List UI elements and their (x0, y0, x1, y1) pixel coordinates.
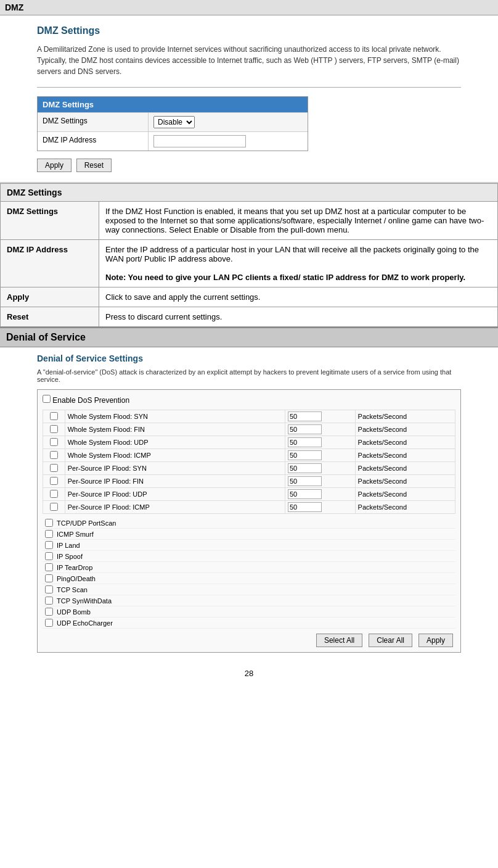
dos-flood-label-2: Whole System Flood: UDP (65, 436, 285, 449)
apply-button[interactable]: Apply (37, 159, 71, 172)
dmz-ip-input[interactable] (153, 135, 246, 147)
dos-option-1[interactable]: ICMP Smurf (43, 529, 455, 540)
dos-flood-row-4: Per-Source IP Flood: SYN Packets/Second (43, 462, 455, 475)
desc-row-dmz-settings: DMZ Settings If the DMZ Host Function is… (1, 202, 498, 240)
dos-flood-label-5: Per-Source IP Flood: FIN (65, 475, 285, 488)
dos-inner-section: Denial of Service Settings A "denial-of-… (0, 347, 498, 663)
dos-flood-checkbox-7[interactable] (50, 503, 58, 511)
desc-dmz-ip-main: Enter the IP address of a particular hos… (105, 245, 479, 263)
reset-button[interactable]: Reset (76, 159, 112, 172)
dos-option-label-4: IP TearDrop (57, 564, 92, 571)
desc-content-reset: Press to discard current settings. (99, 307, 498, 327)
dos-section-header: Denial of Service (0, 327, 498, 347)
dos-flood-input-7[interactable] (288, 502, 322, 512)
dos-option-2[interactable]: IP Land (43, 540, 455, 551)
dos-option-label-2: IP Land (57, 542, 80, 549)
dos-flood-input-4[interactable] (288, 463, 322, 473)
clear-all-button[interactable]: Clear All (369, 634, 412, 647)
dos-enable-checkbox[interactable] (43, 395, 51, 403)
dmz-settings-value[interactable]: Disable Enable (149, 113, 308, 131)
dos-option-label-3: IP Spoof (57, 553, 83, 560)
dos-flood-checkbox-6[interactable] (50, 490, 58, 498)
desc-row-dmz-ip: DMZ IP Address Enter the IP address of a… (1, 240, 498, 287)
dos-flood-checkbox-2[interactable] (50, 438, 58, 446)
dos-flood-input-1[interactable] (288, 424, 322, 434)
desc-table-header: DMZ Settings (1, 184, 498, 202)
dos-flood-checkbox-5[interactable] (50, 477, 58, 485)
desc-content-apply: Click to save and apply the current sett… (99, 287, 498, 307)
dos-option-label-8: UDP Bomb (57, 608, 91, 616)
dos-option-label-7: TCP SynWithData (57, 597, 112, 605)
desc-dmz-ip-note: Note: You need to give your LAN PC clien… (105, 273, 465, 282)
dos-flood-input-2[interactable] (288, 437, 322, 447)
dos-option-3[interactable]: IP Spoof (43, 551, 455, 562)
dos-option-8[interactable]: UDP Bomb (43, 606, 455, 618)
dos-flood-table: Whole System Flood: SYN Packets/Second W… (43, 410, 455, 514)
dmz-settings-row: DMZ Settings Disable Enable (38, 112, 308, 131)
desc-content-dmz-ip: Enter the IP address of a particular hos… (99, 240, 498, 287)
dos-flood-row-1: Whole System Flood: FIN Packets/Second (43, 423, 455, 436)
dos-option-checkbox-7[interactable] (45, 597, 53, 605)
dos-flood-unit-7: Packets/Second (355, 501, 455, 514)
dos-flood-checkbox-4[interactable] (50, 464, 58, 472)
dos-flood-row-7: Per-Source IP Flood: ICMP Packets/Second (43, 501, 455, 514)
dmz-buttons: Apply Reset (37, 159, 461, 172)
dos-flood-unit-0: Packets/Second (355, 410, 455, 423)
dos-flood-row-0: Whole System Flood: SYN Packets/Second (43, 410, 455, 423)
dos-flood-unit-2: Packets/Second (355, 436, 455, 449)
dmz-settings-label: DMZ Settings (38, 113, 149, 131)
divider (37, 87, 461, 88)
desc-table: DMZ Settings DMZ Settings If the DMZ Hos… (0, 183, 498, 327)
dos-option-0[interactable]: TCP/UDP PortScan (43, 518, 455, 529)
dos-flood-checkbox-3[interactable] (50, 451, 58, 459)
dos-flood-input-3[interactable] (288, 450, 322, 460)
dos-flood-checkbox-1[interactable] (50, 425, 58, 433)
dos-option-7[interactable]: TCP SynWithData (43, 595, 455, 606)
dos-form: Enable DoS Prevention Whole System Flood… (37, 389, 461, 653)
dos-enable-row[interactable]: Enable DoS Prevention (43, 395, 455, 405)
dmz-description: A Demilitarized Zone is used to provide … (37, 44, 461, 77)
dos-option-checkbox-6[interactable] (45, 585, 53, 593)
dos-flood-input-5[interactable] (288, 476, 322, 486)
dos-apply-button[interactable]: Apply (418, 634, 453, 647)
dos-flood-input-6[interactable] (288, 489, 322, 499)
desc-label-apply: Apply (1, 287, 99, 307)
dos-flood-unit-1: Packets/Second (355, 423, 455, 436)
desc-label-dmz-ip: DMZ IP Address (1, 240, 99, 287)
dos-flood-label-4: Per-Source IP Flood: SYN (65, 462, 285, 475)
dos-option-checkbox-1[interactable] (45, 530, 53, 538)
dos-flood-row-6: Per-Source IP Flood: UDP Packets/Second (43, 488, 455, 501)
desc-content-dmz-settings: If the DMZ Host Function is enabled, it … (99, 202, 498, 240)
dos-enable-label[interactable]: Enable DoS Prevention (43, 396, 129, 405)
dmz-settings-select[interactable]: Disable Enable (153, 116, 195, 128)
dos-flood-label-6: Per-Source IP Flood: UDP (65, 488, 285, 501)
dos-option-checkbox-9[interactable] (45, 619, 53, 627)
dos-option-checkbox-2[interactable] (45, 541, 53, 549)
page-number: 28 (0, 663, 498, 684)
dos-title: Denial of Service Settings (37, 353, 461, 363)
dos-flood-row-3: Whole System Flood: ICMP Packets/Second (43, 449, 455, 462)
select-all-button[interactable]: Select All (316, 634, 362, 647)
desc-row-reset: Reset Press to discard current settings. (1, 307, 498, 327)
dmz-settings-top-section: DMZ Settings A Demilitarized Zone is use… (0, 15, 498, 183)
dos-option-checkbox-0[interactable] (45, 519, 53, 527)
dmz-ip-value[interactable] (149, 132, 308, 151)
dos-option-6[interactable]: TCP Scan (43, 584, 455, 595)
desc-label-reset: Reset (1, 307, 99, 327)
dos-option-checkbox-8[interactable] (45, 608, 53, 616)
dos-flood-row-5: Per-Source IP Flood: FIN Packets/Second (43, 475, 455, 488)
dmz-ip-row: DMZ IP Address (38, 131, 308, 151)
dos-option-9[interactable]: UDP EchoCharger (43, 618, 455, 629)
dos-option-label-9: UDP EchoCharger (57, 619, 113, 627)
dos-option-checkbox-5[interactable] (45, 574, 53, 582)
dos-option-checkbox-3[interactable] (45, 552, 53, 560)
dos-flood-label-3: Whole System Flood: ICMP (65, 449, 285, 462)
dos-flood-unit-6: Packets/Second (355, 488, 455, 501)
dos-option-4[interactable]: IP TearDrop (43, 562, 455, 573)
dos-flood-checkbox-0[interactable] (50, 412, 58, 420)
dos-option-checkbox-4[interactable] (45, 563, 53, 571)
dos-flood-label-7: Per-Source IP Flood: ICMP (65, 501, 285, 514)
dmz-ip-label: DMZ IP Address (38, 132, 149, 151)
dos-flood-input-0[interactable] (288, 411, 322, 421)
dos-option-5[interactable]: PingO/Death (43, 573, 455, 584)
